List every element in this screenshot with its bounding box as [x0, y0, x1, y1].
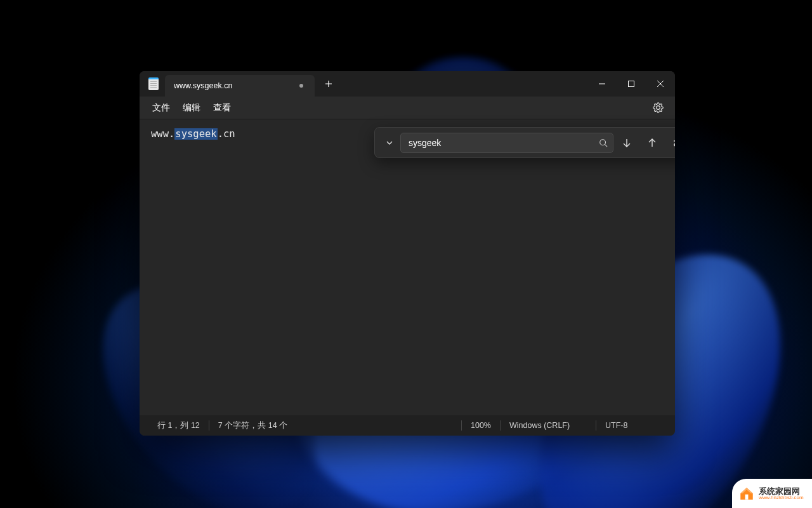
plus-icon	[325, 80, 332, 88]
menu-file[interactable]: 文件	[146, 98, 176, 117]
house-icon	[738, 485, 755, 502]
document-tab[interactable]: www.sysgeek.cn	[165, 75, 315, 97]
editor-text-highlight: sysgeek	[174, 128, 217, 140]
svg-rect-0	[629, 81, 634, 87]
find-bar	[374, 127, 675, 158]
maximize-icon	[628, 81, 634, 87]
find-input-container[interactable]	[400, 133, 613, 153]
find-previous-button[interactable]	[640, 131, 664, 155]
settings-button[interactable]	[647, 97, 669, 119]
minimize-icon	[599, 81, 605, 87]
close-icon	[657, 81, 664, 87]
watermark-url: www.hnzkhbsb.com	[759, 495, 804, 500]
text-editor[interactable]: www.sysgeek.cn	[140, 119, 675, 415]
arrow-down-icon	[622, 138, 632, 148]
status-selection: 7 个字符，共 14 个	[209, 419, 296, 432]
find-input[interactable]	[409, 138, 599, 148]
status-encoding[interactable]: UTF-8	[596, 419, 666, 432]
new-tab-button[interactable]	[318, 74, 339, 94]
editor-text-suffix: .cn	[218, 128, 235, 140]
close-button[interactable]	[646, 71, 675, 97]
watermark: 系统家园网 www.hnzkhbsb.com	[732, 479, 812, 508]
editor-text-prefix: www.	[151, 128, 174, 140]
status-cursor-position[interactable]: 行 1，列 12	[148, 419, 209, 432]
tab-title: www.sysgeek.cn	[174, 81, 294, 90]
gear-icon	[653, 102, 664, 113]
watermark-title: 系统家园网	[759, 487, 804, 495]
search-icon	[599, 138, 608, 147]
menu-bar: 文件 编辑 查看	[140, 97, 675, 119]
svg-rect-4	[745, 495, 749, 500]
title-bar[interactable]: www.sysgeek.cn	[140, 71, 675, 97]
find-next-button[interactable]	[615, 131, 639, 155]
status-zoom[interactable]: 100%	[462, 419, 500, 432]
minimize-button[interactable]	[587, 71, 617, 97]
arrow-up-icon	[647, 138, 657, 148]
find-expand-toggle[interactable]	[380, 131, 399, 154]
sliders-icon	[672, 138, 675, 148]
maximize-button[interactable]	[617, 71, 646, 97]
find-options-button[interactable]	[665, 131, 675, 155]
menu-edit[interactable]: 编辑	[176, 98, 207, 117]
menu-view[interactable]: 查看	[207, 98, 237, 117]
status-bar: 行 1，列 12 7 个字符，共 14 个 100% Windows (CRLF…	[140, 415, 675, 436]
svg-point-3	[674, 144, 675, 146]
notepad-window: www.sysgeek.cn 文件 编辑 查看 www.s	[140, 71, 675, 436]
svg-point-1	[600, 139, 606, 145]
window-controls	[587, 71, 675, 97]
app-icon	[148, 77, 159, 90]
chevron-down-icon	[386, 139, 393, 147]
status-line-ending[interactable]: Windows (CRLF)	[501, 419, 596, 432]
unsaved-indicator-icon	[299, 84, 303, 88]
